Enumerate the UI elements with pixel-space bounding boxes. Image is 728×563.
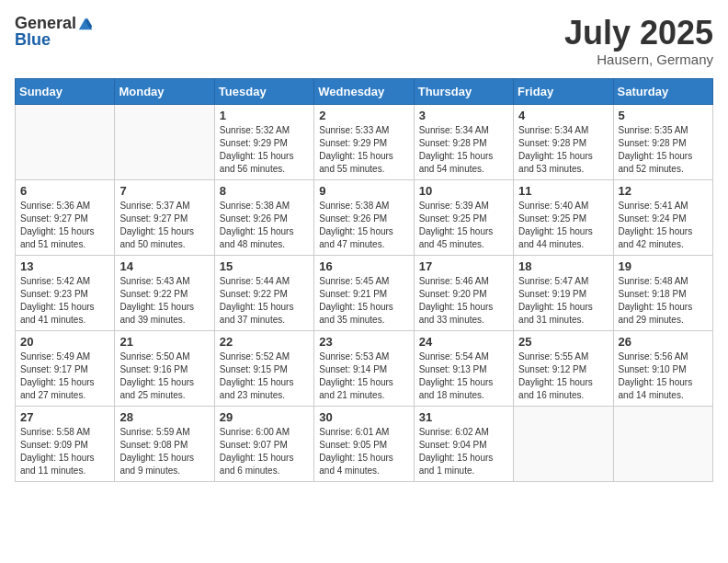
cell-detail: Sunrise: 5:53 AMSunset: 9:14 PMDaylight:… (319, 350, 408, 402)
calendar-cell: 22Sunrise: 5:52 AMSunset: 9:15 PMDayligh… (214, 330, 313, 406)
cell-detail: Sunrise: 5:34 AMSunset: 9:28 PMDaylight:… (419, 124, 508, 176)
cell-detail: Sunrise: 5:34 AMSunset: 9:28 PMDaylight:… (518, 124, 608, 176)
weekday-header-thursday: Thursday (414, 78, 513, 104)
calendar-cell: 8Sunrise: 5:38 AMSunset: 9:26 PMDaylight… (214, 179, 313, 255)
cell-detail: Sunrise: 5:40 AMSunset: 9:25 PMDaylight:… (518, 200, 608, 251)
cell-detail: Sunrise: 5:38 AMSunset: 9:26 PMDaylight:… (319, 200, 408, 251)
calendar-cell: 1Sunrise: 5:32 AMSunset: 9:29 PMDaylight… (214, 104, 313, 179)
day-number: 27 (20, 410, 109, 424)
cell-detail: Sunrise: 5:32 AMSunset: 9:29 PMDaylight:… (220, 124, 309, 176)
calendar-cell: 27Sunrise: 5:58 AMSunset: 9:09 PMDayligh… (16, 406, 115, 481)
calendar-cell: 4Sunrise: 5:34 AMSunset: 9:28 PMDaylight… (514, 104, 613, 179)
day-number: 23 (319, 335, 408, 349)
day-number: 16 (319, 259, 408, 273)
day-number: 26 (619, 335, 708, 349)
calendar-cell: 19Sunrise: 5:48 AMSunset: 9:18 PMDayligh… (613, 255, 712, 330)
calendar-cell: 3Sunrise: 5:34 AMSunset: 9:28 PMDaylight… (414, 104, 513, 179)
weekday-header-saturday: Saturday (613, 78, 712, 104)
logo-text-general: General (15, 15, 76, 31)
location-title: Hausern, Germany (564, 52, 713, 67)
day-number: 25 (518, 335, 608, 349)
weekday-header-sunday: Sunday (16, 78, 115, 104)
calendar-week-row: 6Sunrise: 5:36 AMSunset: 9:27 PMDaylight… (16, 179, 713, 255)
cell-detail: Sunrise: 5:35 AMSunset: 9:28 PMDaylight:… (619, 124, 708, 176)
calendar-cell: 21Sunrise: 5:50 AMSunset: 9:16 PMDayligh… (115, 330, 214, 406)
day-number: 3 (419, 109, 508, 122)
day-number: 29 (220, 410, 309, 424)
weekday-header-wednesday: Wednesday (314, 78, 414, 104)
day-number: 10 (419, 184, 508, 198)
weekday-header-tuesday: Tuesday (214, 78, 313, 104)
calendar-cell: 30Sunrise: 6:01 AMSunset: 9:05 PMDayligh… (314, 406, 414, 481)
day-number: 22 (220, 335, 309, 349)
calendar-cell: 2Sunrise: 5:33 AMSunset: 9:29 PMDaylight… (314, 104, 414, 179)
day-number: 17 (419, 259, 508, 273)
cell-detail: Sunrise: 5:46 AMSunset: 9:20 PMDaylight:… (419, 275, 508, 327)
calendar-cell: 13Sunrise: 5:42 AMSunset: 9:23 PMDayligh… (16, 255, 115, 330)
cell-detail: Sunrise: 5:50 AMSunset: 9:16 PMDaylight:… (119, 350, 209, 402)
calendar-cell: 18Sunrise: 5:47 AMSunset: 9:19 PMDayligh… (514, 255, 613, 330)
calendar-cell: 10Sunrise: 5:39 AMSunset: 9:25 PMDayligh… (414, 179, 513, 255)
calendar-cell: 17Sunrise: 5:46 AMSunset: 9:20 PMDayligh… (414, 255, 513, 330)
cell-detail: Sunrise: 6:01 AMSunset: 9:05 PMDaylight:… (319, 426, 408, 477)
calendar-cell: 31Sunrise: 6:02 AMSunset: 9:04 PMDayligh… (414, 406, 513, 481)
cell-detail: Sunrise: 5:39 AMSunset: 9:25 PMDaylight:… (419, 200, 508, 251)
day-number: 5 (619, 109, 708, 122)
month-title: July 2025 (564, 15, 713, 52)
day-number: 7 (119, 184, 209, 198)
calendar-cell: 7Sunrise: 5:37 AMSunset: 9:27 PMDaylight… (115, 179, 214, 255)
logo: General Blue (15, 15, 94, 48)
day-number: 19 (619, 259, 708, 273)
day-number: 4 (518, 109, 608, 122)
day-number: 31 (419, 410, 508, 424)
calendar-cell (613, 406, 712, 481)
calendar-cell: 12Sunrise: 5:41 AMSunset: 9:24 PMDayligh… (613, 179, 712, 255)
title-block: July 2025 Hausern, Germany (564, 15, 713, 67)
cell-detail: Sunrise: 5:55 AMSunset: 9:12 PMDaylight:… (518, 350, 608, 402)
cell-detail: Sunrise: 5:33 AMSunset: 9:29 PMDaylight:… (319, 124, 408, 176)
day-number: 18 (518, 259, 608, 273)
logo-text-blue: Blue (15, 31, 51, 48)
calendar-cell: 20Sunrise: 5:49 AMSunset: 9:17 PMDayligh… (16, 330, 115, 406)
calendar-table: SundayMondayTuesdayWednesdayThursdayFrid… (15, 78, 713, 482)
calendar-cell (115, 104, 214, 179)
day-number: 24 (419, 335, 508, 349)
cell-detail: Sunrise: 5:38 AMSunset: 9:26 PMDaylight:… (220, 200, 309, 251)
cell-detail: Sunrise: 5:41 AMSunset: 9:24 PMDaylight:… (619, 200, 708, 251)
calendar-week-row: 20Sunrise: 5:49 AMSunset: 9:17 PMDayligh… (16, 330, 713, 406)
day-number: 2 (319, 109, 408, 122)
cell-detail: Sunrise: 5:52 AMSunset: 9:15 PMDaylight:… (220, 350, 309, 402)
cell-detail: Sunrise: 5:49 AMSunset: 9:17 PMDaylight:… (20, 350, 109, 402)
day-number: 15 (220, 259, 309, 273)
calendar-cell: 28Sunrise: 5:59 AMSunset: 9:08 PMDayligh… (115, 406, 214, 481)
day-number: 1 (220, 109, 309, 122)
calendar-cell: 15Sunrise: 5:44 AMSunset: 9:22 PMDayligh… (214, 255, 313, 330)
cell-detail: Sunrise: 5:54 AMSunset: 9:13 PMDaylight:… (419, 350, 508, 402)
calendar-week-row: 1Sunrise: 5:32 AMSunset: 9:29 PMDaylight… (16, 104, 713, 179)
cell-detail: Sunrise: 5:56 AMSunset: 9:10 PMDaylight:… (619, 350, 708, 402)
calendar-cell: 9Sunrise: 5:38 AMSunset: 9:26 PMDaylight… (314, 179, 414, 255)
calendar-week-row: 27Sunrise: 5:58 AMSunset: 9:09 PMDayligh… (16, 406, 713, 481)
calendar-cell: 11Sunrise: 5:40 AMSunset: 9:25 PMDayligh… (514, 179, 613, 255)
calendar-cell: 5Sunrise: 5:35 AMSunset: 9:28 PMDaylight… (613, 104, 712, 179)
calendar-cell: 26Sunrise: 5:56 AMSunset: 9:10 PMDayligh… (613, 330, 712, 406)
cell-detail: Sunrise: 5:48 AMSunset: 9:18 PMDaylight:… (619, 275, 708, 327)
day-number: 8 (220, 184, 309, 198)
day-number: 30 (319, 410, 408, 424)
day-number: 20 (20, 335, 109, 349)
day-number: 21 (119, 335, 209, 349)
weekday-header-friday: Friday (514, 78, 613, 104)
calendar-cell (514, 406, 613, 481)
day-number: 11 (518, 184, 608, 198)
calendar-cell: 29Sunrise: 6:00 AMSunset: 9:07 PMDayligh… (214, 406, 313, 481)
cell-detail: Sunrise: 5:58 AMSunset: 9:09 PMDaylight:… (20, 426, 109, 477)
weekday-header-row: SundayMondayTuesdayWednesdayThursdayFrid… (16, 78, 713, 104)
weekday-header-monday: Monday (115, 78, 214, 104)
calendar-cell: 16Sunrise: 5:45 AMSunset: 9:21 PMDayligh… (314, 255, 414, 330)
calendar-cell: 24Sunrise: 5:54 AMSunset: 9:13 PMDayligh… (414, 330, 513, 406)
cell-detail: Sunrise: 5:42 AMSunset: 9:23 PMDaylight:… (20, 275, 109, 327)
calendar-cell (16, 104, 115, 179)
cell-detail: Sunrise: 5:36 AMSunset: 9:27 PMDaylight:… (20, 200, 109, 251)
cell-detail: Sunrise: 6:00 AMSunset: 9:07 PMDaylight:… (220, 426, 309, 477)
calendar-cell: 14Sunrise: 5:43 AMSunset: 9:22 PMDayligh… (115, 255, 214, 330)
